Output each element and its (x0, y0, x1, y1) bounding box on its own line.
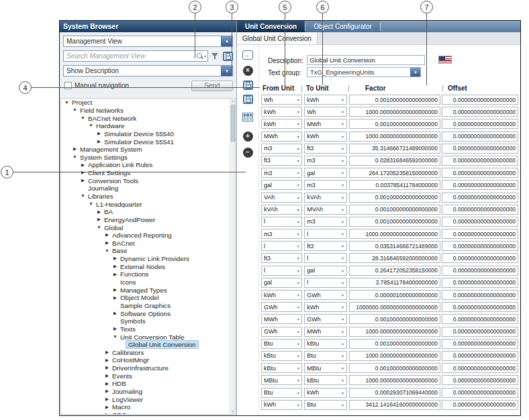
to-unit-select[interactable]: kBtu▾ (304, 339, 346, 349)
tree-item[interactable]: ▼Field Networks (61, 107, 229, 115)
chevron-down-icon[interactable]: ▾ (204, 54, 206, 58)
tree-item[interactable]: ▶LogViewer (61, 395, 229, 403)
from-unit-select[interactable]: ft3▾ (261, 253, 302, 263)
factor-input[interactable] (349, 339, 440, 349)
description-mode-dropdown[interactable]: Show Description ▼ (63, 65, 233, 76)
from-unit-select[interactable]: l▾ (261, 217, 302, 227)
tree-item[interactable]: ▶Client Settings (61, 169, 229, 177)
from-unit-select[interactable]: GWh▾ (261, 327, 302, 337)
offset-input[interactable] (442, 193, 518, 203)
view-selector-dropdown[interactable]: Management View ▼ (63, 36, 233, 47)
tree-item[interactable]: ▼Base (61, 247, 229, 255)
tree-item[interactable]: Journaling (61, 185, 229, 193)
tree-item[interactable]: ▶BA (61, 208, 229, 216)
offset-input[interactable] (442, 266, 518, 276)
tree-scrollbar[interactable]: ▲ ▼ (230, 99, 235, 414)
collapse-icon[interactable]: ▼ (72, 155, 78, 160)
to-unit-select[interactable]: MWh▾ (304, 119, 346, 129)
factor-input[interactable] (349, 253, 440, 263)
expand-icon[interactable]: ▶ (112, 288, 118, 293)
to-unit-select[interactable]: Wh▾ (304, 107, 346, 117)
to-unit-select[interactable]: Btu▾ (304, 400, 346, 410)
collapse-icon[interactable]: ▼ (104, 249, 110, 254)
filter-icon[interactable] (211, 52, 220, 60)
expand-icon[interactable]: ▶ (112, 327, 118, 331)
tree-item[interactable]: ▼Project (61, 99, 229, 107)
offset-input[interactable] (442, 217, 518, 227)
expand-icon[interactable]: ▶ (112, 256, 118, 261)
offset-input[interactable] (442, 302, 518, 312)
factor-input[interactable] (349, 278, 440, 288)
tree-item[interactable]: ▶BACnet (61, 240, 229, 248)
tree-item[interactable]: ▶Dynamic Link Providers (61, 255, 229, 263)
tree-item[interactable]: Icons (61, 278, 229, 286)
expand-icon[interactable]: ▶ (112, 311, 118, 316)
collapse-icon[interactable]: ▼ (88, 123, 94, 128)
from-unit-select[interactable]: gal▾ (261, 278, 302, 288)
collapse-icon[interactable]: ▼ (80, 194, 86, 199)
from-unit-select[interactable]: Btu▾ (261, 339, 302, 349)
tree-item[interactable]: ▼Hardware (61, 122, 229, 130)
factor-input[interactable] (349, 314, 440, 324)
from-unit-select[interactable]: kWh▾ (261, 290, 302, 300)
factor-input[interactable] (349, 400, 440, 410)
factor-input[interactable] (349, 95, 440, 105)
from-unit-select[interactable]: MWh▾ (261, 132, 302, 142)
to-unit-select[interactable]: l▾ (304, 229, 346, 239)
from-unit-select[interactable]: m3▾ (261, 229, 302, 239)
offset-input[interactable] (442, 95, 518, 105)
tree-item[interactable]: ▶External Nodes (61, 262, 229, 270)
dropdown-open-button[interactable]: ▼ (221, 36, 232, 46)
to-unit-select[interactable]: gal▾ (304, 266, 346, 276)
tree-item[interactable]: ▼Libraries (61, 193, 229, 201)
factor-input[interactable] (349, 351, 440, 361)
tree-item[interactable]: ▶EnergyAndPower (61, 216, 229, 224)
expand-icon[interactable]: ▶ (104, 413, 110, 414)
expand-icon[interactable]: ▶ (72, 147, 78, 152)
expand-icon[interactable]: ▶ (104, 366, 110, 370)
offset-input[interactable] (442, 180, 518, 190)
tree-item[interactable]: ▶DriverInfrastructure (61, 364, 229, 372)
tree-item[interactable]: ▶Texts (61, 325, 229, 333)
factor-input[interactable] (349, 156, 440, 166)
save-as-icon[interactable] (243, 95, 253, 104)
offset-input[interactable] (442, 253, 518, 263)
from-unit-select[interactable]: kBtu▾ (261, 351, 302, 361)
to-unit-select[interactable]: MBtu▾ (304, 363, 346, 373)
navigate-back-icon[interactable]: ← (242, 50, 253, 60)
expand-icon[interactable]: ▶ (104, 350, 110, 355)
search-input[interactable] (64, 52, 196, 60)
description-field[interactable] (307, 55, 425, 65)
tree-item[interactable]: Global Unit Conversion (61, 341, 229, 349)
expand-icon[interactable]: ▶ (104, 241, 110, 246)
text-group-dropdown[interactable]: TxG_EngineeringUnits ▼ (307, 67, 421, 77)
tree-item[interactable]: ▶Object Model (61, 294, 229, 302)
to-unit-select[interactable]: kBtu▾ (304, 375, 346, 385)
factor-input[interactable] (349, 266, 440, 276)
from-unit-select[interactable]: kWh▾ (261, 107, 302, 117)
expand-icon[interactable]: ▶ (112, 264, 118, 269)
from-unit-select[interactable]: VAh▾ (261, 193, 302, 203)
factor-input[interactable] (349, 290, 440, 300)
tab-object-configurator[interactable]: Object Configurator (305, 21, 380, 32)
tree-item[interactable]: ▼Global (61, 223, 229, 231)
expand-icon[interactable]: ▶ (112, 296, 118, 301)
expand-icon[interactable]: ▶ (96, 210, 102, 215)
factor-input[interactable] (349, 363, 440, 373)
expand-icon[interactable]: ▶ (104, 233, 110, 238)
remove-row-icon[interactable]: − (243, 148, 253, 158)
expand-icon[interactable]: ▶ (112, 272, 118, 277)
tab-unit-conversion[interactable]: Unit Conversion (237, 21, 305, 32)
offset-input[interactable] (442, 107, 518, 117)
offset-input[interactable] (442, 156, 518, 166)
factor-input[interactable] (349, 375, 440, 385)
expand-icon[interactable]: ▶ (96, 217, 102, 222)
offset-input[interactable] (442, 363, 518, 373)
collapse-icon[interactable]: ▼ (80, 116, 86, 121)
tree-item[interactable]: ▶Advanced Reporting (61, 231, 229, 240)
dropdown-open-button[interactable]: ▼ (221, 66, 232, 76)
save-icon[interactable] (243, 81, 253, 90)
factor-input[interactable] (349, 302, 440, 312)
to-unit-select[interactable]: gal▾ (304, 168, 346, 178)
expand-icon[interactable]: ▶ (104, 405, 110, 410)
